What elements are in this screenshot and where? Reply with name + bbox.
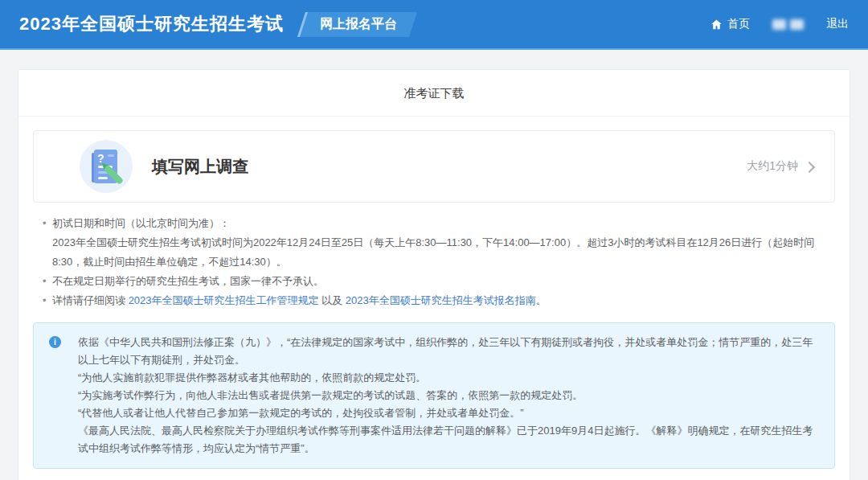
notice-paragraph-2: “为他人实施前款犯罪提供作弊器材或者其他帮助的，依照前款的规定处罚。: [78, 369, 818, 387]
note-exam-time-head: 初试日期和时间（以北京时间为准）：: [52, 214, 835, 233]
legal-notice-box: i 依据《中华人民共和国刑法修正案（九）》，“在法律规定的国家考试中，组织作弊的…: [33, 322, 835, 469]
guide-link[interactable]: 2023年全国硕士研究生招生考试报名指南: [346, 294, 536, 306]
main-content-card: 准考证下载 ? 填写网上调查 大约1分钟: [18, 69, 850, 480]
header-nav: 首页 退出: [710, 17, 849, 31]
regulations-link[interactable]: 2023年全国硕士研究生招生工作管理规定: [129, 294, 319, 306]
nav-logout-link[interactable]: 退出: [826, 17, 849, 31]
top-header-bar: 2023年全国硕士研究生招生考试 网上报名平台 首页 退出: [0, 0, 868, 50]
redacted-username: [772, 19, 804, 30]
platform-badge-label: 网上报名平台: [320, 16, 397, 33]
svg-text:?: ?: [97, 152, 104, 165]
notice-paragraph-5: 《最高人民法院、最高人民检察院关于办理组织考试作弊等刑事案件适用法律若干问题的解…: [78, 422, 818, 457]
note-read-more-suffix: 。: [536, 294, 547, 306]
home-icon: [710, 18, 723, 31]
page-title: 准考证下载: [18, 70, 850, 117]
app-title: 2023年全国硕士研究生招生考试: [19, 12, 284, 36]
notice-paragraph-1: 依据《中华人民共和国刑法修正案（九）》，“在法律规定的国家考试中，组织作弊的，处…: [78, 334, 818, 369]
nav-home-label: 首页: [727, 17, 750, 31]
survey-duration-label: 大约1分钟: [747, 159, 798, 174]
survey-task-card[interactable]: ? 填写网上调查 大约1分钟: [33, 130, 835, 203]
survey-questionnaire-icon: ?: [80, 140, 133, 193]
survey-task-title: 填写网上调查: [152, 156, 248, 178]
exam-notes-list: 初试日期和时间（以北京时间为准）： 2023年全国硕士研究生招生考试初试时间为2…: [43, 214, 835, 310]
note-read-more-prefix: 详情请仔细阅读: [52, 294, 129, 306]
platform-badge: 网上报名平台: [297, 12, 417, 37]
note-read-more: 详情请仔细阅读 2023年全国硕士研究生招生工作管理规定 以及 2023年全国硕…: [43, 291, 835, 310]
chevron-right-icon: [804, 161, 815, 172]
notice-paragraph-3: “为实施考试作弊行为，向他人非法出售或者提供第一款规定的考试的试题、答案的，依照…: [78, 387, 818, 404]
nav-home-link[interactable]: 首页: [710, 17, 750, 31]
info-icon: i: [49, 336, 61, 348]
note-unrecognized-exam: 不在规定日期举行的研究生招生考试，国家一律不予承认。: [43, 272, 835, 291]
survey-duration: 大约1分钟: [747, 159, 813, 174]
note-read-more-mid: 以及: [319, 294, 346, 306]
notice-paragraph-4: “代替他人或者让他人代替自己参加第一款规定的考试的，处拘役或者管制，并处或者单处…: [78, 404, 818, 422]
note-exam-time-detail: 2023年全国硕士研究生招生考试初试时间为2022年12月24日至25日（每天上…: [52, 233, 835, 272]
note-exam-time: 初试日期和时间（以北京时间为准）： 2023年全国硕士研究生招生考试初试时间为2…: [43, 214, 835, 272]
